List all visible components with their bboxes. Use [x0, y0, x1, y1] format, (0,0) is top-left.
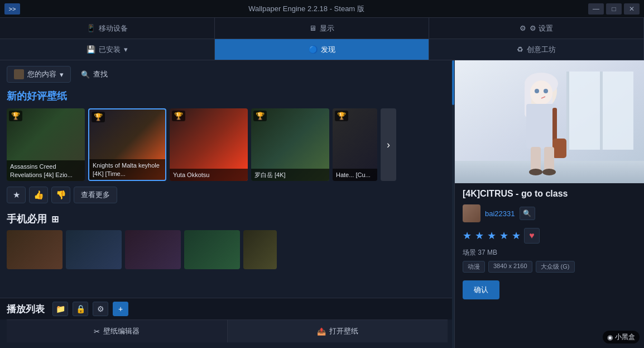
author-name[interactable]: bai22331	[485, 209, 515, 218]
svg-point-11	[535, 89, 539, 93]
author-search-button[interactable]: 🔍	[520, 207, 535, 220]
tab-installed-label: 已安装	[99, 45, 121, 55]
phone-card-4[interactable]	[184, 230, 240, 269]
watermark: ◉ 小黑盒	[603, 331, 640, 344]
search-button[interactable]: 🔍 查找	[76, 66, 112, 82]
main-layout: 您的内容 ▾ 🔍 查找 新的好评壁纸 🏆 Assassins Creed Rev…	[0, 60, 644, 348]
svg-point-10	[530, 80, 552, 105]
dropdown-icon: ▾	[60, 70, 64, 79]
card-label-luo: 罗白岳 [4K]	[251, 169, 329, 181]
wallpaper-card-ac[interactable]: 🏆 Assassins Creed Revelations [4k] Ezio.…	[7, 108, 85, 181]
tab-settings[interactable]: ⚙ ⚙ 设置	[429, 18, 644, 39]
open-wallpaper-button[interactable]: 📤 打开壁纸	[228, 320, 448, 342]
star-icon: ★	[13, 190, 20, 200]
minimize-button[interactable]: —	[588, 3, 604, 15]
phone-card-2[interactable]	[66, 230, 122, 269]
wallpaper-grid: 🏆 Assassins Creed Revelations [4k] Ezio.…	[7, 108, 448, 181]
tab-settings-label: ⚙ 设置	[530, 23, 553, 34]
tab-workshop[interactable]: ♻ 创意工坊	[429, 39, 644, 60]
wallpaper-card-luo[interactable]: 🏆 罗白岳 [4K]	[251, 108, 329, 181]
content-filter-label: 您的内容	[27, 69, 56, 79]
confirm-button[interactable]: 确认	[463, 280, 499, 299]
editor-label: 壁纸编辑器	[103, 326, 140, 336]
tag-resolution: 3840 x 2160	[488, 261, 532, 273]
tab-mobile[interactable]: 📱 移动设备	[0, 18, 215, 39]
preview-title: [4K]CITRUS - go to class	[463, 189, 636, 199]
info-tags: 动漫 3840 x 2160 大众级 (G)	[463, 261, 636, 273]
card-label-hate: Hate... [Cu...	[333, 169, 377, 181]
playlist-add-button[interactable]: +	[113, 302, 128, 316]
dislike-button[interactable]: 👎	[51, 187, 70, 203]
bottom-actions: ✂ 壁纸编辑器 📤 打开壁纸	[7, 320, 448, 342]
gear-icon: ⚙	[520, 24, 526, 32]
trophy-badge-ac: 🏆	[9, 111, 22, 121]
add-icon: +	[118, 304, 123, 313]
trophy-badge-yuta: 🏆	[172, 111, 185, 121]
wallpaper-card-knights[interactable]: 🏆 Knights of Malta keyhole [4K] [Time...	[88, 108, 166, 181]
search-label: 查找	[93, 69, 108, 79]
trophy-badge-luo: 🏆	[253, 111, 267, 121]
playlist-bar: 播放列表 📁 🔒 ⚙ +	[0, 298, 454, 320]
tab-display-label: 显示	[320, 23, 334, 34]
search-icon-small: 🔍	[523, 209, 531, 217]
filter-row: 您的内容 ▾ 🔍 查找	[7, 66, 448, 83]
star-1: ★	[463, 230, 472, 242]
author-row: bai22331 🔍	[463, 204, 636, 222]
svg-rect-15	[552, 108, 557, 141]
right-panel: [4K]CITRUS - go to class bai22331 🔍 ★ ★ …	[454, 60, 644, 348]
preview-info: [4K]CITRUS - go to class bai22331 🔍 ★ ★ …	[455, 183, 644, 348]
save-icon: 💾	[86, 45, 95, 54]
playlist-folder-button[interactable]: 📁	[52, 302, 68, 316]
close-button[interactable]: ✕	[624, 3, 640, 15]
dropdown-arrow-icon: ▾	[124, 45, 128, 54]
scissors-icon: ✂	[94, 327, 100, 336]
svg-rect-17	[531, 147, 541, 172]
workshop-icon: ♻	[517, 45, 523, 54]
open-icon: 📤	[317, 327, 326, 336]
wallpaper-card-hate[interactable]: 🏆 Hate... [Cu...	[333, 108, 377, 181]
like-icon: 👍	[33, 190, 44, 200]
svg-rect-4	[566, 71, 569, 150]
svg-rect-16	[552, 139, 566, 158]
top-nav: 📱 移动设备 🖥 显示 ⚙ ⚙ 设置	[0, 18, 644, 39]
author-avatar	[463, 204, 480, 222]
svg-point-19	[529, 169, 542, 175]
phone-card-3[interactable]	[125, 230, 181, 269]
wallpaper-card-yuta[interactable]: 🏆 Yuta Okkotsu	[170, 108, 248, 181]
discover-icon: 🔵	[309, 45, 318, 54]
window-controls: — □ ✕	[588, 3, 640, 15]
favorite-button[interactable]: ♥	[524, 228, 540, 244]
svg-rect-18	[544, 147, 554, 172]
app-title: Wallpaper Engine 2.2.18 - Steam 版	[25, 4, 588, 14]
phone-card-5[interactable]	[243, 230, 277, 269]
content-filter-button[interactable]: 您的内容 ▾	[7, 66, 71, 83]
grid-icon: ⊞	[51, 214, 59, 225]
star-button[interactable]: ★	[7, 187, 26, 203]
star-3: ★	[487, 230, 496, 242]
tab-display[interactable]: 🖥 显示	[215, 18, 430, 39]
phone-title-text: 手机必用	[7, 212, 47, 226]
open-label: 打开壁纸	[329, 326, 358, 336]
dislike-icon: 👎	[56, 190, 66, 200]
watermark-text: 小黑盒	[615, 332, 635, 342]
next-page-arrow[interactable]: ›	[381, 108, 396, 181]
section-title-text: 新的好评壁纸	[7, 90, 67, 102]
tab-installed[interactable]: 💾 已安装 ▾	[0, 39, 215, 60]
wallpaper-editor-button[interactable]: ✂ 壁纸编辑器	[7, 320, 228, 342]
tab-mobile-label: 移动设备	[99, 23, 128, 34]
trophy-badge-hate: 🏆	[335, 111, 348, 121]
user-avatar-small	[14, 69, 24, 79]
stars-row: ★ ★ ★ ★ ★ ♥	[463, 228, 636, 244]
tab-discover[interactable]: 🔵 发现	[215, 39, 430, 60]
star-2: ★	[475, 230, 484, 242]
phone-card-1[interactable]	[7, 230, 63, 269]
expand-button[interactable]: >>	[4, 3, 20, 15]
playlist-gear-button[interactable]: ⚙	[93, 302, 108, 316]
playlist-lock-button[interactable]: 🔒	[73, 302, 88, 316]
maximize-button[interactable]: □	[606, 3, 622, 15]
more-button[interactable]: 查看更多	[74, 187, 117, 203]
star-5: ★	[512, 230, 521, 242]
preview-image	[455, 60, 644, 183]
like-button[interactable]: 👍	[29, 187, 48, 203]
display-icon: 🖥	[309, 24, 316, 32]
